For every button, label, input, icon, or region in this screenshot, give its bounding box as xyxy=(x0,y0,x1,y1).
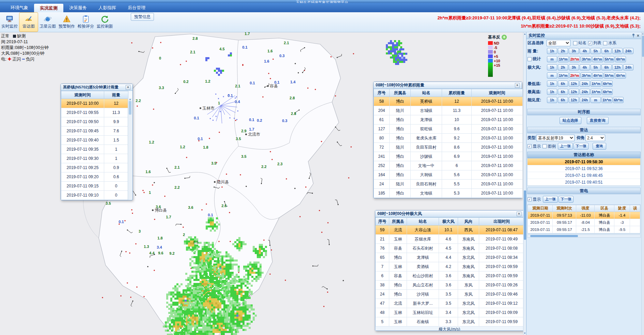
column-header[interactable]: 观测时间 xyxy=(472,89,523,97)
radar-list-item[interactable]: 2019-07-11 09:52:36 xyxy=(528,165,640,172)
pin-icon[interactable] xyxy=(631,33,635,37)
tmax-12h-button[interactable]: 12h xyxy=(569,89,579,95)
table-row[interactable]: 24陆川良田石垌村5.52019-07-11 10:00 xyxy=(374,180,523,189)
column-header[interactable]: 观测日期 xyxy=(528,205,553,212)
column-header[interactable]: 雨量 xyxy=(104,91,128,99)
column-header[interactable]: 站名 xyxy=(407,218,439,225)
tmax-1h-button[interactable]: 1h xyxy=(547,89,557,95)
rain-stat-1hm-button[interactable]: 1h*m xyxy=(558,56,569,62)
extreme-wind-window[interactable]: 08时~10时00分钟极大风 × 序号所属县站名极大风风向出现时间59北流大容山… xyxy=(375,210,523,331)
tmin-6h-button[interactable]: 6h xyxy=(558,81,568,87)
menu-item-0[interactable]: 环境气象 xyxy=(5,3,34,12)
table-row[interactable]: 2019-07-11 09:509.9 xyxy=(61,117,128,127)
rain-stat-6hm-button[interactable]: 6h*m xyxy=(615,56,626,62)
wind-stat-3hm-button[interactable]: 3h*m xyxy=(581,72,592,79)
table-row[interactable]: 2019-07-1109:57:13-11.03博白县-1.4 xyxy=(528,212,640,219)
lightning-hscrollbar[interactable] xyxy=(527,234,641,238)
wind-5h-button[interactable]: 5h xyxy=(591,64,601,70)
rain-24h-button[interactable]: 24h xyxy=(623,48,633,54)
table-row[interactable]: 47北流新丰大罗...3.5东北风2019-07-11 09:12 xyxy=(376,299,523,308)
menu-item-2[interactable]: 决策服务 xyxy=(63,3,93,12)
rain-3h-button[interactable]: 3h xyxy=(569,48,579,54)
wind-stat-5hm-button[interactable]: 5h*m xyxy=(604,72,615,79)
column-header[interactable]: 出现时间 xyxy=(479,218,523,225)
wind-3h-button[interactable]: 3h xyxy=(569,64,579,70)
direct-query-button[interactable]: 直接查询 xyxy=(587,117,609,124)
wind-1h-button[interactable]: 1h xyxy=(547,64,557,70)
scroll-up-icon[interactable]: ▲ xyxy=(642,32,644,35)
close-icon[interactable]: × xyxy=(126,85,130,90)
table-row[interactable]: 7玉林卖酒镇4.2东南风2019-07-11 09:59 xyxy=(376,262,523,271)
lightning-prev-button[interactable]: 上一张 xyxy=(543,196,558,203)
toolbar-button-4[interactable]: 检验评分 xyxy=(76,12,95,32)
lightning-next-button[interactable]: 下一张 xyxy=(559,196,574,203)
table-row[interactable]: 2019-07-11 09:5511.3 xyxy=(61,108,128,117)
column-header[interactable]: 区县 xyxy=(595,205,614,212)
table-row[interactable]: 2019-07-11 09:250.9 xyxy=(61,163,128,172)
scrollbar-thumb[interactable] xyxy=(642,36,644,57)
vis-6hm-button[interactable]: 6h*m xyxy=(613,97,624,103)
radar-query-button[interactable]: 查询 xyxy=(593,143,606,150)
close-icon[interactable]: × xyxy=(517,212,521,216)
column-header[interactable]: 极大风 xyxy=(439,218,458,225)
district-select[interactable]: 全部 xyxy=(547,40,570,46)
table-row[interactable]: 72陆川良田车田村8.62019-07-11 10:00 xyxy=(374,143,523,152)
tmin-1h-button[interactable]: 1h xyxy=(547,81,557,87)
rain-6h-button[interactable]: 6h xyxy=(601,48,612,54)
map-canvas[interactable]: 1.72.82.14.501.62.10.10.31.60.21.23.32.1… xyxy=(0,32,523,335)
column-header[interactable]: 观测时间 xyxy=(61,91,104,99)
radar-list-item[interactable]: 2019-07-11 09:46:45 xyxy=(528,172,640,179)
vis-m-button[interactable]: m xyxy=(591,97,601,103)
table-row[interactable]: 2019-07-11 09:301 xyxy=(61,154,128,163)
table-row[interactable]: 127博白双旺镇9.62019-07-11 10:00 xyxy=(374,124,523,134)
column-header[interactable]: 观测时次 xyxy=(553,205,576,212)
lightning-display-checkbox[interactable]: ✓显示 xyxy=(528,197,541,202)
table-row[interactable]: 65博白龙潭镇4.4东北风2019-07-11 08:34 xyxy=(376,253,523,262)
table-row[interactable]: 61博白龙潭镇102019-07-11 10:00 xyxy=(374,115,523,124)
rain-4h-button[interactable]: 4h xyxy=(580,48,590,54)
radar-prev-button[interactable]: 上一张 xyxy=(558,143,573,150)
rain-stat-4hm-button[interactable]: 4h*m xyxy=(592,56,603,62)
rain-5h-button[interactable]: 5h xyxy=(591,48,601,54)
rain-stat-m-button[interactable]: m xyxy=(547,56,557,62)
menu-item-1[interactable]: 实况监测 xyxy=(34,4,63,12)
table-row[interactable]: 2019-07-11 09:351 xyxy=(61,145,128,154)
table-row[interactable]: 2019-07-11 10:0012 xyxy=(61,99,128,108)
table-row[interactable]: 59北流大容山顶10.1西风2019-07-11 08:47 xyxy=(376,225,523,235)
toolbar-button-3[interactable]: 预警制作 xyxy=(57,12,76,32)
station-select-button[interactable]: 站点选择 xyxy=(560,117,581,124)
scroll-up-icon[interactable]: ▲ xyxy=(523,32,526,36)
table-row[interactable]: 21玉林苏烟水库4.6东南风2019-07-11 09:49 xyxy=(376,235,523,244)
column-header[interactable]: 误 xyxy=(630,205,640,212)
table-row[interactable]: 76容县石头石剑村4.5东南风2019-07-11 08:08 xyxy=(376,244,523,253)
table-row[interactable]: 2019-07-11 09:457.6 xyxy=(61,127,128,136)
tmin-24h-button[interactable]: 24h xyxy=(580,81,590,87)
rain-2h-button[interactable]: 2h xyxy=(558,48,568,54)
wind-stat-m-button[interactable]: m xyxy=(547,72,557,79)
column-header[interactable]: 陡度 xyxy=(614,205,630,212)
close-icon[interactable]: × xyxy=(637,33,639,38)
column-header[interactable]: 序号 xyxy=(376,218,389,225)
table-row[interactable]: 185博白文地镇5.32019-07-11 10:00 xyxy=(374,189,523,198)
window-scrollbar[interactable]: ▲ xyxy=(128,98,132,200)
table-row[interactable]: 58博白英桥镇122019-07-11 10:00 xyxy=(374,97,523,106)
display-checkbox[interactable]: ✓显示 xyxy=(528,144,541,149)
table-row[interactable]: 241博白沙陂镇6.92019-07-11 10:00 xyxy=(374,152,523,161)
legend-checkbox[interactable]: 图例 xyxy=(543,144,556,149)
map-vertical-scrollbar[interactable]: ▲ ▼ xyxy=(523,32,526,335)
radar-type-select[interactable]: 基本反射率19 xyxy=(536,135,575,141)
water-system-checkbox[interactable]: 水系 xyxy=(603,40,616,46)
rain-stat-3hm-button[interactable]: 3h*m xyxy=(581,56,592,62)
list-checkbox[interactable]: ✓列表 xyxy=(588,40,601,46)
tmax-24h-button[interactable]: 24h xyxy=(580,89,590,95)
column-header[interactable]: 序号 xyxy=(374,89,390,97)
tmax-6hm-button[interactable]: 6h*m xyxy=(602,89,613,95)
table-row[interactable]: 5玉林石南镇3.3东北风2019-07-11 09:59 xyxy=(376,317,523,326)
wind-stat-6hm-button[interactable]: 6h*m xyxy=(615,72,626,79)
column-header[interactable]: 站名 xyxy=(411,89,442,97)
column-header[interactable]: 强度 xyxy=(576,205,595,212)
column-header[interactable]: 所属县 xyxy=(389,218,407,225)
warning-info-tab[interactable]: 预警信息 xyxy=(131,13,154,21)
vis-1h-button[interactable]: 1h xyxy=(547,97,557,103)
page-scrollbar[interactable]: ▲ xyxy=(641,32,644,335)
